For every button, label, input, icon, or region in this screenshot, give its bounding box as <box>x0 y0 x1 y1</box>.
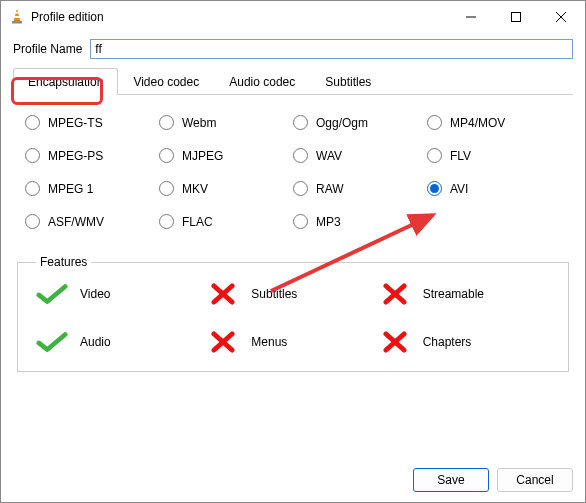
svg-rect-1 <box>15 12 19 14</box>
encaps-option-flac[interactable]: FLAC <box>159 214 293 229</box>
radio-label: Ogg/Ogm <box>316 116 368 130</box>
radio-input[interactable] <box>159 115 174 130</box>
feature-label: Audio <box>80 335 111 349</box>
encaps-option-asf-wmv[interactable]: ASF/WMV <box>25 214 159 229</box>
tab-video-codec[interactable]: Video codec <box>118 68 214 95</box>
features-legend: Features <box>36 255 91 269</box>
radio-label: MPEG-PS <box>48 149 103 163</box>
radio-label: FLV <box>450 149 471 163</box>
svg-rect-3 <box>12 21 22 24</box>
cross-icon <box>379 331 411 353</box>
radio-label: WAV <box>316 149 342 163</box>
radio-label: MP3 <box>316 215 341 229</box>
tabs-bar: EncapsulationVideo codecAudio codecSubti… <box>13 67 573 95</box>
features-group: Features VideoSubtitlesStreamableAudioMe… <box>17 255 569 372</box>
radio-input[interactable] <box>293 115 308 130</box>
cross-icon <box>207 331 239 353</box>
maximize-button[interactable] <box>493 2 538 32</box>
radio-input[interactable] <box>427 115 442 130</box>
feature-menus: Menus <box>207 331 378 353</box>
feature-label: Menus <box>251 335 287 349</box>
radio-input[interactable] <box>427 181 442 196</box>
dialog-content: Profile Name EncapsulationVideo codecAud… <box>1 33 585 384</box>
radio-input[interactable] <box>293 181 308 196</box>
check-icon <box>36 283 68 305</box>
radio-label: MKV <box>182 182 208 196</box>
radio-input[interactable] <box>25 214 40 229</box>
radio-label: MP4/MOV <box>450 116 505 130</box>
features-grid: VideoSubtitlesStreamableAudioMenusChapte… <box>36 283 550 353</box>
radio-label: Webm <box>182 116 216 130</box>
feature-streamable: Streamable <box>379 283 550 305</box>
encaps-option-mp4-mov[interactable]: MP4/MOV <box>427 115 561 130</box>
radio-label: MJPEG <box>182 149 223 163</box>
encaps-option-webm[interactable]: Webm <box>159 115 293 130</box>
feature-label: Video <box>80 287 110 301</box>
encaps-option-mkv[interactable]: MKV <box>159 181 293 196</box>
cross-icon <box>207 283 239 305</box>
encaps-option-mpeg-ts[interactable]: MPEG-TS <box>25 115 159 130</box>
radio-input[interactable] <box>427 148 442 163</box>
encaps-option-flv[interactable]: FLV <box>427 148 561 163</box>
svg-rect-2 <box>14 16 20 18</box>
radio-input[interactable] <box>25 181 40 196</box>
radio-input[interactable] <box>25 115 40 130</box>
feature-audio: Audio <box>36 331 207 353</box>
radio-input[interactable] <box>293 214 308 229</box>
button-bar: Save Cancel <box>413 468 573 492</box>
profile-name-input[interactable] <box>90 39 573 59</box>
radio-input[interactable] <box>293 148 308 163</box>
window-title: Profile edition <box>31 10 448 24</box>
feature-label: Subtitles <box>251 287 297 301</box>
encaps-option-ogg-ogm[interactable]: Ogg/Ogm <box>293 115 427 130</box>
tab-subtitles[interactable]: Subtitles <box>310 68 386 95</box>
feature-subtitles: Subtitles <box>207 283 378 305</box>
feature-chapters: Chapters <box>379 331 550 353</box>
radio-input[interactable] <box>25 148 40 163</box>
encaps-option-avi[interactable]: AVI <box>427 181 561 196</box>
radio-label: FLAC <box>182 215 213 229</box>
radio-input[interactable] <box>159 148 174 163</box>
radio-label: MPEG-TS <box>48 116 103 130</box>
vlc-icon <box>9 9 25 25</box>
encaps-option-mpeg-1[interactable]: MPEG 1 <box>25 181 159 196</box>
close-button[interactable] <box>538 2 583 32</box>
check-icon <box>36 331 68 353</box>
cross-icon <box>379 283 411 305</box>
radio-label: AVI <box>450 182 468 196</box>
encaps-option-raw[interactable]: RAW <box>293 181 427 196</box>
radio-label: ASF/WMV <box>48 215 104 229</box>
feature-label: Chapters <box>423 335 472 349</box>
tab-encapsulation[interactable]: Encapsulation <box>13 68 118 95</box>
radio-label: RAW <box>316 182 344 196</box>
radio-input[interactable] <box>159 214 174 229</box>
encaps-option-mp3[interactable]: MP3 <box>293 214 427 229</box>
profile-name-row: Profile Name <box>13 39 573 59</box>
profile-name-label: Profile Name <box>13 42 82 56</box>
minimize-button[interactable] <box>448 2 493 32</box>
tab-audio-codec[interactable]: Audio codec <box>214 68 310 95</box>
feature-label: Streamable <box>423 287 484 301</box>
encaps-option-wav[interactable]: WAV <box>293 148 427 163</box>
encaps-option-mpeg-ps[interactable]: MPEG-PS <box>25 148 159 163</box>
title-bar: Profile edition <box>1 1 585 33</box>
window-buttons <box>448 2 583 32</box>
cancel-button[interactable]: Cancel <box>497 468 573 492</box>
svg-rect-5 <box>511 13 520 22</box>
encapsulation-grid: MPEG-TSWebmOgg/OgmMP4/MOVMPEG-PSMJPEGWAV… <box>13 111 573 237</box>
radio-input[interactable] <box>159 181 174 196</box>
encaps-option-mjpeg[interactable]: MJPEG <box>159 148 293 163</box>
svg-marker-0 <box>14 10 20 21</box>
radio-label: MPEG 1 <box>48 182 93 196</box>
feature-video: Video <box>36 283 207 305</box>
save-button[interactable]: Save <box>413 468 489 492</box>
